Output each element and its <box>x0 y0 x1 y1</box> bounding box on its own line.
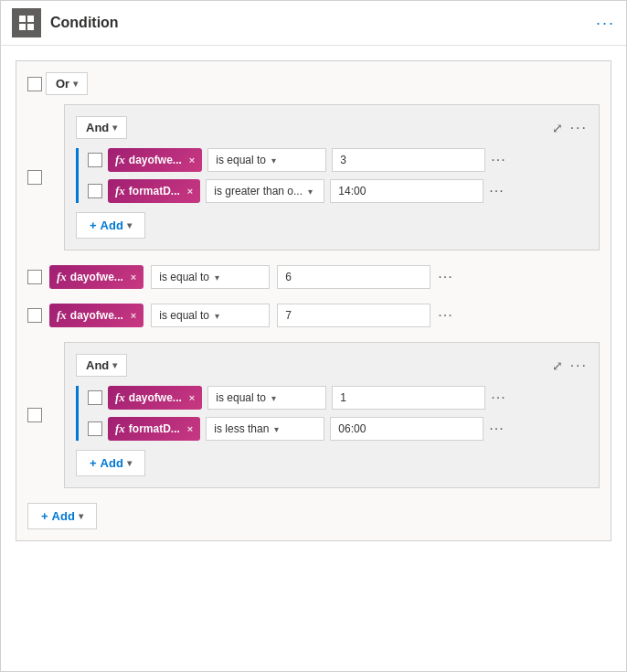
or-group: Or ▾ And ▾ ⤢ <box>16 60 611 541</box>
condition-row-1-checkbox[interactable] <box>88 153 102 167</box>
operator-select-1[interactable]: is equal to ▾ <box>207 148 326 172</box>
value-input-2[interactable] <box>330 179 484 203</box>
condition-row-2: fx formatD... × is greater than o... ▾ ·… <box>88 179 588 203</box>
func-chip-dayofwe-2[interactable]: fx dayofwe... × <box>49 265 143 289</box>
row-1-more-button[interactable]: ··· <box>491 152 505 168</box>
and-block-2-more-button[interactable]: ··· <box>570 357 588 374</box>
plus-icon-2: + <box>90 456 97 470</box>
operator-select-6[interactable]: is less than ▾ <box>206 417 324 441</box>
func-icon-4: fx <box>57 308 67 323</box>
value-input-6[interactable] <box>330 417 484 441</box>
plus-icon-1: + <box>90 219 97 232</box>
operator-select-5[interactable]: is equal to ▾ <box>207 386 326 410</box>
condition-row-3: fx dayofwe... × is equal to ▾ ··· <box>88 386 588 410</box>
or-header: Or ▾ <box>27 72 600 95</box>
condition-window: Condition ··· Or ▾ <box>0 0 627 672</box>
standalone-row-2-more-button[interactable]: ··· <box>438 307 452 324</box>
and-block-2-row: And ▾ ⤢ ··· <box>27 342 600 488</box>
and-block-1-actions: ⤢ ··· <box>552 120 588 136</box>
operator-chevron-6: ▾ <box>274 424 279 434</box>
and-block-2-header: And ▾ ⤢ ··· <box>76 354 588 377</box>
func-icon-2: fx <box>115 184 125 198</box>
add-chevron-3: ▾ <box>79 511 83 521</box>
bottom-add-button[interactable]: + Add ▾ <box>27 503 97 529</box>
func-close-3[interactable]: × <box>131 272 136 283</box>
or-checkbox[interactable] <box>27 77 42 91</box>
func-chip-formatd-2[interactable]: fx formatD... × <box>108 417 200 441</box>
bottom-add-row: + Add ▾ <box>27 503 600 529</box>
standalone-row-1-more-button[interactable]: ··· <box>438 269 452 285</box>
operator-select-4[interactable]: is equal to ▾ <box>151 304 270 327</box>
row-3-more-button[interactable]: ··· <box>491 389 505 406</box>
row-2-more-button[interactable]: ··· <box>489 183 504 199</box>
svg-rect-2 <box>19 24 26 30</box>
and-block-1-more-button[interactable]: ··· <box>570 120 588 136</box>
or-label-button[interactable]: Or ▾ <box>46 72 88 95</box>
title-more-button[interactable]: ··· <box>596 14 615 33</box>
func-icon-6: fx <box>115 421 125 436</box>
func-chip-dayofwe-4[interactable]: fx dayofwe... × <box>108 386 202 410</box>
or-chevron-icon: ▾ <box>73 79 78 89</box>
value-input-4[interactable] <box>277 304 430 327</box>
operator-chevron-2: ▾ <box>308 187 313 197</box>
standalone-row-1: fx dayofwe... × is equal to ▾ ··· <box>27 265 600 289</box>
and-block-1-checkbox[interactable] <box>27 170 42 185</box>
func-close-6[interactable]: × <box>187 423 193 434</box>
and-block-2-add-button[interactable]: + Add ▾ <box>76 450 145 476</box>
func-icon-5: fx <box>115 390 125 405</box>
row-4-more-button[interactable]: ··· <box>489 421 504 437</box>
plus-icon-3: + <box>41 509 48 523</box>
and-block-1-add-button[interactable]: + Add ▾ <box>76 212 145 239</box>
or-rows: And ▾ ⤢ ··· <box>27 104 600 488</box>
value-input-3[interactable] <box>277 265 430 289</box>
condition-icon <box>12 8 41 37</box>
value-input-1[interactable] <box>332 148 485 172</box>
and-chevron-icon-2: ▾ <box>112 360 117 370</box>
condition-row-1: fx dayofwe... × is equal to ▾ ··· <box>88 148 588 172</box>
title-text: Condition <box>50 15 587 31</box>
condition-row-3-checkbox[interactable] <box>88 390 102 405</box>
condition-row-4: fx formatD... × is less than ▾ ··· <box>88 417 588 441</box>
and-block-2: And ▾ ⤢ ··· <box>64 342 600 488</box>
func-chip-formatd-1[interactable]: fx formatD... × <box>108 179 200 203</box>
operator-chevron-4: ▾ <box>215 311 219 321</box>
func-close-1[interactable]: × <box>189 155 195 165</box>
title-bar: Condition ··· <box>1 1 626 46</box>
and-block-1: And ▾ ⤢ ··· <box>64 104 600 251</box>
func-chip-dayofwe-3[interactable]: fx dayofwe... × <box>49 304 143 327</box>
condition-row-4-checkbox[interactable] <box>88 421 102 436</box>
and-block-1-label-button[interactable]: And ▾ <box>76 116 127 139</box>
func-close-5[interactable]: × <box>189 392 195 403</box>
svg-rect-1 <box>27 16 34 22</box>
operator-chevron-1: ▾ <box>271 155 276 165</box>
and-chevron-icon-1: ▾ <box>112 123 117 133</box>
and-block-2-label-button[interactable]: And ▾ <box>76 354 127 377</box>
standalone-checkbox-2[interactable] <box>27 308 42 323</box>
operator-chevron-3: ▾ <box>215 272 219 283</box>
operator-chevron-5: ▾ <box>271 393 276 403</box>
add-chevron-2: ▾ <box>127 458 132 468</box>
operator-select-3[interactable]: is equal to ▾ <box>151 265 270 289</box>
value-input-5[interactable] <box>332 386 485 410</box>
svg-rect-0 <box>19 16 26 22</box>
svg-rect-3 <box>27 24 34 30</box>
operator-select-2[interactable]: is greater than o... ▾ <box>206 179 324 203</box>
and-block-1-header: And ▾ ⤢ ··· <box>76 116 588 139</box>
standalone-checkbox-1[interactable] <box>27 270 42 284</box>
collapse-icon-1[interactable]: ⤢ <box>552 121 563 135</box>
func-chip-dayofwe-1[interactable]: fx dayofwe... × <box>108 148 202 172</box>
add-chevron-1: ▾ <box>127 220 132 230</box>
standalone-row-2: fx dayofwe... × is equal to ▾ ··· <box>27 304 600 327</box>
condition-row-2-checkbox[interactable] <box>88 184 102 198</box>
and-block-1-row: And ▾ ⤢ ··· <box>27 104 600 251</box>
func-close-2[interactable]: × <box>187 186 193 197</box>
content-area: Or ▾ And ▾ ⤢ <box>1 46 626 671</box>
func-icon-3: fx <box>57 270 67 284</box>
and-block-2-rows: fx dayofwe... × is equal to ▾ ··· <box>76 386 588 441</box>
func-close-4[interactable]: × <box>131 310 136 321</box>
and-block-2-checkbox[interactable] <box>27 408 42 422</box>
and-block-1-rows: fx dayofwe... × is equal to ▾ ··· <box>76 148 588 203</box>
collapse-icon-2[interactable]: ⤢ <box>552 358 563 373</box>
func-icon-1: fx <box>115 153 125 167</box>
and-block-2-actions: ⤢ ··· <box>552 357 588 374</box>
